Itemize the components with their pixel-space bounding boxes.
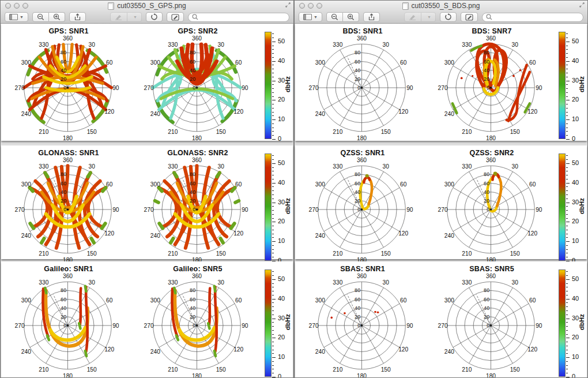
colorbar-tick: [272, 350, 274, 350]
svg-text:80: 80: [355, 50, 360, 55]
colorbar-tick-label: 10: [572, 116, 579, 123]
svg-text:0: 0: [357, 207, 360, 212]
highlight-dropdown-button[interactable]: ▼: [127, 12, 142, 22]
svg-text:60: 60: [235, 297, 242, 304]
close-button[interactable]: [5, 3, 11, 9]
zoom-button[interactable]: [316, 3, 322, 9]
colorbar-tick: [272, 61, 276, 62]
colorbar-tick: [272, 65, 274, 65]
fullscreen-icon[interactable]: [285, 2, 291, 8]
svg-text:60: 60: [355, 297, 360, 302]
highlight-button[interactable]: [110, 12, 127, 22]
snr-colorbar: dbHz01020304050: [556, 261, 587, 377]
svg-text:60: 60: [61, 181, 66, 186]
svg-text:20: 20: [484, 314, 489, 320]
titlebar[interactable]: cut03550_S_BDS.png: [295, 1, 587, 11]
colorbar-tick-label: 30: [278, 77, 285, 84]
svg-text:210: 210: [462, 250, 472, 257]
colorbar-tick: [272, 295, 274, 295]
colorbar-tick: [272, 334, 274, 335]
svg-text:210: 210: [333, 366, 342, 373]
colorbar-tick: [272, 57, 274, 58]
zoom-out-icon: [331, 13, 338, 21]
colorbar-gradient: [559, 154, 566, 261]
svg-text:330: 330: [462, 279, 472, 286]
svg-text:330: 330: [333, 163, 342, 170]
colorbar-unit-label: dbHz: [284, 76, 291, 92]
colorbar-tick-label: 10: [278, 116, 285, 123]
rotate-left-button[interactable]: [146, 12, 163, 22]
colorbar-tick-label: 40: [572, 295, 579, 302]
minimize-button[interactable]: [14, 3, 20, 9]
svg-text:90: 90: [112, 323, 119, 329]
svg-text:120: 120: [398, 230, 408, 237]
svg-text:300: 300: [444, 59, 454, 66]
svg-text:30: 30: [382, 279, 389, 286]
colorbar-tick: [566, 131, 568, 132]
svg-text:300: 300: [150, 181, 160, 188]
svg-text:90: 90: [406, 207, 413, 213]
svg-text:90: 90: [112, 85, 119, 91]
document-pages[interactable]: BDS: SNR10204060803603060901201501802102…: [295, 24, 587, 377]
colorbar-tick: [566, 230, 568, 230]
svg-text:330: 330: [462, 163, 472, 170]
zoom-in-button[interactable]: [49, 12, 65, 22]
rotate-left-button[interactable]: [440, 12, 457, 22]
toolbar: ▼ ▼: [295, 11, 587, 23]
svg-text:30: 30: [382, 163, 389, 170]
search-field[interactable]: [482, 13, 583, 22]
svg-text:40: 40: [355, 305, 360, 311]
svg-text:60: 60: [106, 59, 113, 66]
zoom-group: [32, 12, 65, 22]
page: BDS: SNR10204060803603060901201501802102…: [295, 24, 587, 141]
highlight-dropdown-button[interactable]: ▼: [421, 12, 436, 22]
colorbar-tick-label: 50: [278, 159, 285, 166]
sidebar-view-button[interactable]: ▼: [5, 12, 28, 22]
svg-text:360: 360: [486, 273, 496, 279]
svg-text:270: 270: [15, 207, 25, 213]
snr-colorbar: dbHz01020304050: [262, 145, 293, 259]
search-field[interactable]: [188, 13, 289, 22]
share-button[interactable]: [69, 12, 86, 22]
svg-text:120: 120: [233, 346, 243, 353]
colorbar-tick: [566, 373, 568, 373]
colorbar-tick: [566, 214, 568, 215]
document-pages[interactable]: GPS: SNR10204060803603060901201501802102…: [1, 24, 293, 377]
zoom-out-button[interactable]: [32, 12, 49, 22]
sidebar-view-button[interactable]: ▼: [299, 12, 322, 22]
svg-text:240: 240: [315, 349, 325, 355]
zoom-out-button[interactable]: [326, 12, 343, 22]
close-button[interactable]: [299, 3, 305, 9]
colorbar-tick: [566, 350, 568, 350]
svg-text:0: 0: [193, 323, 195, 328]
snr-colorbar: dbHz01020304050: [262, 24, 293, 141]
colorbar-tick: [272, 96, 274, 97]
colorbar-tick: [272, 123, 274, 124]
colorbar-tick: [566, 53, 568, 54]
colorbar-tick-label: 50: [572, 38, 579, 44]
share-button[interactable]: [363, 12, 380, 22]
svg-text:120: 120: [233, 108, 243, 115]
colorbar-gradient: [265, 270, 272, 377]
svg-text:60: 60: [484, 181, 489, 186]
svg-text:40: 40: [61, 189, 66, 195]
svg-text:20: 20: [190, 76, 195, 82]
minimize-button[interactable]: [308, 3, 314, 9]
zoom-button[interactable]: [22, 3, 28, 9]
svg-text:330: 330: [39, 163, 48, 170]
titlebar[interactable]: cut03550_S_GPS.png: [1, 1, 293, 11]
highlight-button[interactable]: [404, 12, 421, 22]
search-input[interactable]: [201, 13, 285, 21]
colorbar-tick: [272, 46, 274, 46]
colorbar-tick: [566, 163, 570, 164]
fullscreen-icon[interactable]: [579, 2, 585, 8]
svg-text:30: 30: [88, 42, 95, 48]
colorbar-tick: [566, 199, 568, 199]
search-input[interactable]: [495, 13, 579, 21]
colorbar-tick-label: 10: [278, 354, 285, 361]
sidebar-icon: [9, 14, 18, 20]
svg-text:330: 330: [39, 42, 48, 48]
markup-toolbar-button[interactable]: [167, 12, 184, 22]
markup-toolbar-button[interactable]: [461, 12, 478, 22]
zoom-in-button[interactable]: [343, 12, 359, 22]
